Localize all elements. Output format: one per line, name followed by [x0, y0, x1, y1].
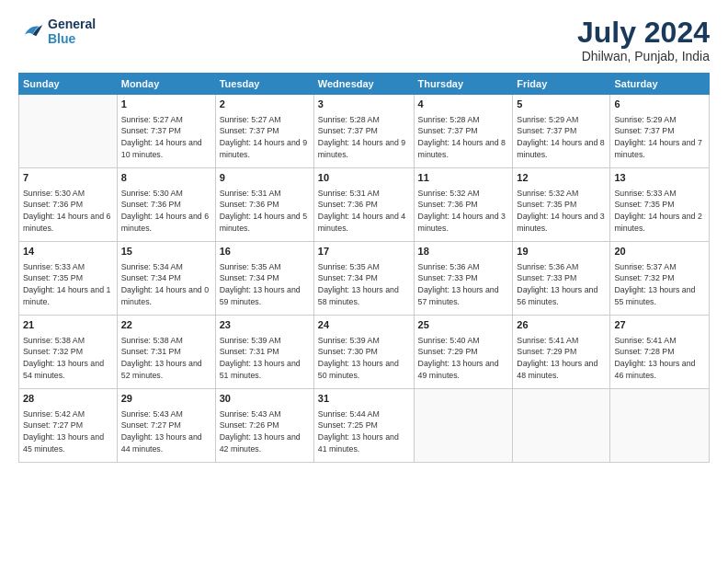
- calendar-page: General Blue July 2024 Dhilwan, Punjab, …: [0, 0, 728, 563]
- calendar-cell: 23Sunrise: 5:39 AMSunset: 7:31 PMDayligh…: [215, 316, 313, 389]
- day-number: 1: [121, 98, 211, 111]
- day-number: 17: [318, 245, 410, 259]
- day-info: Sunrise: 5:43 AMSunset: 7:26 PMDaylight:…: [220, 408, 310, 455]
- calendar-subtitle: Dhilwan, Punjab, India: [577, 49, 710, 63]
- day-info: Sunrise: 5:35 AMSunset: 7:34 PMDaylight:…: [220, 261, 310, 308]
- day-number: 8: [121, 171, 211, 185]
- day-number: 20: [614, 245, 705, 259]
- header-cell-sunday: Sunday: [19, 74, 118, 95]
- day-info: Sunrise: 5:29 AMSunset: 7:37 PMDaylight:…: [517, 114, 606, 161]
- calendar-cell: 17Sunrise: 5:35 AMSunset: 7:34 PMDayligh…: [313, 242, 414, 316]
- day-number: 19: [517, 245, 606, 259]
- calendar-cell: 13Sunrise: 5:33 AMSunset: 7:35 PMDayligh…: [610, 168, 710, 242]
- logo-icon: [18, 18, 44, 44]
- calendar-cell: 21Sunrise: 5:38 AMSunset: 7:32 PMDayligh…: [19, 316, 118, 389]
- calendar-cell: 18Sunrise: 5:36 AMSunset: 7:33 PMDayligh…: [414, 242, 513, 316]
- day-info: Sunrise: 5:30 AMSunset: 7:36 PMDaylight:…: [121, 188, 211, 235]
- day-info: Sunrise: 5:27 AMSunset: 7:37 PMDaylight:…: [220, 114, 310, 161]
- calendar-header-row: SundayMondayTuesdayWednesdayThursdayFrid…: [19, 74, 710, 95]
- calendar-cell: 25Sunrise: 5:40 AMSunset: 7:29 PMDayligh…: [414, 316, 513, 389]
- day-number: 2: [220, 98, 310, 111]
- header-cell-wednesday: Wednesday: [313, 74, 414, 95]
- calendar-cell: 1Sunrise: 5:27 AMSunset: 7:37 PMDaylight…: [117, 95, 215, 168]
- calendar-cell: 11Sunrise: 5:32 AMSunset: 7:36 PMDayligh…: [414, 168, 513, 242]
- day-info: Sunrise: 5:34 AMSunset: 7:34 PMDaylight:…: [121, 261, 211, 308]
- day-info: Sunrise: 5:41 AMSunset: 7:29 PMDaylight:…: [517, 335, 606, 382]
- day-info: Sunrise: 5:32 AMSunset: 7:35 PMDaylight:…: [517, 188, 606, 235]
- day-info: Sunrise: 5:36 AMSunset: 7:33 PMDaylight:…: [418, 261, 509, 308]
- logo-text: General Blue: [48, 17, 96, 46]
- day-number: 26: [517, 318, 606, 332]
- title-block: July 2024 Dhilwan, Punjab, India: [577, 17, 710, 63]
- day-info: Sunrise: 5:32 AMSunset: 7:36 PMDaylight:…: [418, 188, 509, 235]
- calendar-cell: 22Sunrise: 5:38 AMSunset: 7:31 PMDayligh…: [117, 316, 215, 389]
- day-info: Sunrise: 5:30 AMSunset: 7:36 PMDaylight:…: [23, 188, 113, 235]
- day-info: Sunrise: 5:33 AMSunset: 7:35 PMDaylight:…: [23, 261, 113, 308]
- day-number: 7: [23, 171, 113, 185]
- calendar-cell: 29Sunrise: 5:43 AMSunset: 7:27 PMDayligh…: [117, 389, 215, 463]
- calendar-week-row: 28Sunrise: 5:42 AMSunset: 7:27 PMDayligh…: [19, 389, 710, 463]
- calendar-cell: 31Sunrise: 5:44 AMSunset: 7:25 PMDayligh…: [313, 389, 414, 463]
- day-info: Sunrise: 5:38 AMSunset: 7:31 PMDaylight:…: [121, 335, 211, 382]
- day-number: 13: [614, 171, 705, 185]
- day-number: 31: [318, 392, 410, 406]
- calendar-cell: 9Sunrise: 5:31 AMSunset: 7:36 PMDaylight…: [215, 168, 313, 242]
- day-number: 29: [121, 392, 211, 406]
- day-info: Sunrise: 5:36 AMSunset: 7:33 PMDaylight:…: [517, 261, 606, 308]
- calendar-cell: [610, 389, 710, 463]
- calendar-cell: 28Sunrise: 5:42 AMSunset: 7:27 PMDayligh…: [19, 389, 118, 463]
- day-number: 22: [121, 318, 211, 332]
- day-info: Sunrise: 5:41 AMSunset: 7:28 PMDaylight:…: [614, 335, 705, 382]
- calendar-cell: [19, 95, 118, 168]
- header-cell-tuesday: Tuesday: [215, 74, 313, 95]
- calendar-week-row: 1Sunrise: 5:27 AMSunset: 7:37 PMDaylight…: [19, 95, 710, 168]
- day-info: Sunrise: 5:39 AMSunset: 7:30 PMDaylight:…: [318, 335, 410, 382]
- day-number: 24: [318, 318, 410, 332]
- day-info: Sunrise: 5:31 AMSunset: 7:36 PMDaylight:…: [220, 188, 310, 235]
- calendar-table: SundayMondayTuesdayWednesdayThursdayFrid…: [18, 73, 710, 463]
- day-number: 12: [517, 171, 606, 185]
- day-info: Sunrise: 5:39 AMSunset: 7:31 PMDaylight:…: [220, 335, 310, 382]
- day-number: 11: [418, 171, 509, 185]
- logo: General Blue: [18, 17, 96, 46]
- calendar-cell: 4Sunrise: 5:28 AMSunset: 7:37 PMDaylight…: [414, 95, 513, 168]
- day-number: 15: [121, 245, 211, 259]
- calendar-cell: 14Sunrise: 5:33 AMSunset: 7:35 PMDayligh…: [19, 242, 118, 316]
- calendar-cell: 16Sunrise: 5:35 AMSunset: 7:34 PMDayligh…: [215, 242, 313, 316]
- calendar-cell: 19Sunrise: 5:36 AMSunset: 7:33 PMDayligh…: [513, 242, 610, 316]
- day-info: Sunrise: 5:38 AMSunset: 7:32 PMDaylight:…: [23, 335, 113, 382]
- calendar-week-row: 7Sunrise: 5:30 AMSunset: 7:36 PMDaylight…: [19, 168, 710, 242]
- day-number: 6: [614, 98, 705, 111]
- calendar-week-row: 14Sunrise: 5:33 AMSunset: 7:35 PMDayligh…: [19, 242, 710, 316]
- calendar-cell: 2Sunrise: 5:27 AMSunset: 7:37 PMDaylight…: [215, 95, 313, 168]
- day-info: Sunrise: 5:28 AMSunset: 7:37 PMDaylight:…: [418, 114, 509, 161]
- day-number: 16: [220, 245, 310, 259]
- calendar-week-row: 21Sunrise: 5:38 AMSunset: 7:32 PMDayligh…: [19, 316, 710, 389]
- day-info: Sunrise: 5:37 AMSunset: 7:32 PMDaylight:…: [614, 261, 705, 308]
- calendar-cell: 10Sunrise: 5:31 AMSunset: 7:36 PMDayligh…: [313, 168, 414, 242]
- calendar-cell: 5Sunrise: 5:29 AMSunset: 7:37 PMDaylight…: [513, 95, 610, 168]
- calendar-cell: 8Sunrise: 5:30 AMSunset: 7:36 PMDaylight…: [117, 168, 215, 242]
- day-number: 23: [220, 318, 310, 332]
- calendar-cell: 20Sunrise: 5:37 AMSunset: 7:32 PMDayligh…: [610, 242, 710, 316]
- day-number: 30: [220, 392, 310, 406]
- header: General Blue July 2024 Dhilwan, Punjab, …: [18, 17, 710, 63]
- header-cell-thursday: Thursday: [414, 74, 513, 95]
- header-cell-saturday: Saturday: [610, 74, 710, 95]
- calendar-cell: [414, 389, 513, 463]
- day-number: 18: [418, 245, 509, 259]
- calendar-cell: 30Sunrise: 5:43 AMSunset: 7:26 PMDayligh…: [215, 389, 313, 463]
- day-info: Sunrise: 5:27 AMSunset: 7:37 PMDaylight:…: [121, 114, 211, 161]
- day-info: Sunrise: 5:33 AMSunset: 7:35 PMDaylight:…: [614, 188, 705, 235]
- calendar-cell: 24Sunrise: 5:39 AMSunset: 7:30 PMDayligh…: [313, 316, 414, 389]
- day-info: Sunrise: 5:31 AMSunset: 7:36 PMDaylight:…: [318, 188, 410, 235]
- day-number: 25: [418, 318, 509, 332]
- day-number: 14: [23, 245, 113, 259]
- calendar-cell: 27Sunrise: 5:41 AMSunset: 7:28 PMDayligh…: [610, 316, 710, 389]
- calendar-cell: [513, 389, 610, 463]
- day-info: Sunrise: 5:29 AMSunset: 7:37 PMDaylight:…: [614, 114, 705, 161]
- day-info: Sunrise: 5:40 AMSunset: 7:29 PMDaylight:…: [418, 335, 509, 382]
- header-cell-monday: Monday: [117, 74, 215, 95]
- calendar-cell: 6Sunrise: 5:29 AMSunset: 7:37 PMDaylight…: [610, 95, 710, 168]
- day-number: 27: [614, 318, 705, 332]
